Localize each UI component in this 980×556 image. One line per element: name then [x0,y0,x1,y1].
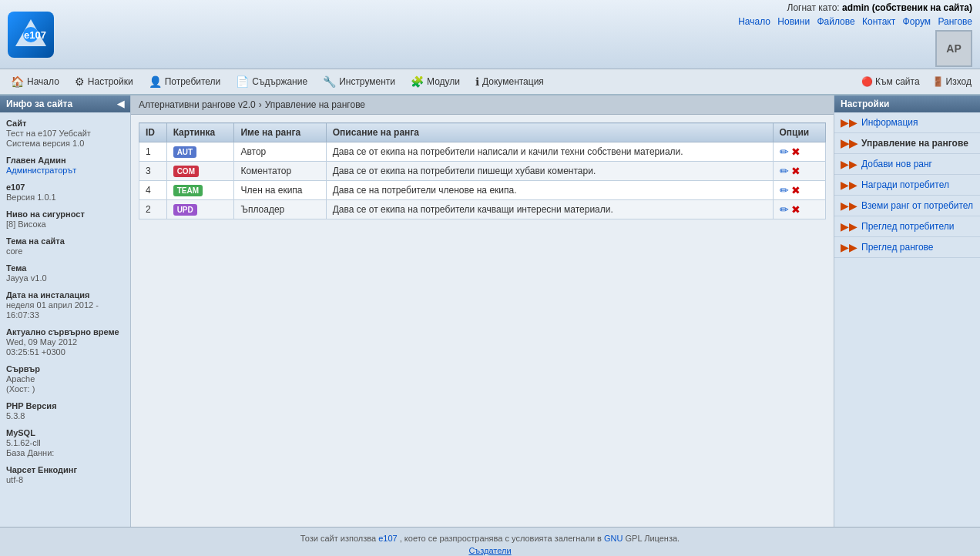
sidebar-toggle-icon[interactable]: ◀ [117,99,124,109]
footer-e107-link[interactable]: e107 [378,534,397,543]
table-row: 2 UPD Ъплоадер Дава се от екипа на потре… [139,200,826,219]
logo-icon: e107 [8,12,54,58]
content-area: Алтернативни рангове v2.0 › Управление н… [131,95,834,527]
cell-id: 1 [139,142,167,162]
sidebar-section-e107: e107 Версия 1.0.1 [6,183,124,202]
right-sidebar-item-manage-ranks[interactable]: ▶▶Управление на рангове [834,133,980,154]
right-arrow-icon: ▶▶ [841,241,858,253]
right-sidebar-item-label: Преглед рангове [861,242,934,253]
nav-settings[interactable]: ⚙ Настройки [68,72,140,92]
cell-badge: AUT [166,142,234,162]
rank-badge: UPD [173,204,197,216]
nav-docs[interactable]: ℹ Документация [468,72,551,92]
table-row: 4 TEAM Член на екипа Дава се на потребит… [139,181,826,200]
nav-home[interactable]: 🏠 Начало [4,72,66,92]
tools-icon: 🔧 [323,75,336,88]
sidebar-section-site: Сайт Тест на е107 Уебсайт Система версия… [6,119,124,148]
nav-modules[interactable]: 🧩 Модули [404,72,467,92]
sidebar-section-security: Ниво на сигурност [8] Висока [6,209,124,229]
ranks-tbody: 1 AUT Автор Дава се от екипа на потребит… [139,142,826,219]
main-layout: Инфо за сайта ◀ Сайт Тест на е107 Уебсай… [0,95,980,527]
admin-link[interactable]: Администраторът [6,166,76,175]
cell-badge: TEAM [166,181,234,200]
nav-right: 🔴 Към сайта 🚪 Изход [857,74,976,89]
nav-users[interactable]: 👤 Потребители [142,72,228,92]
top-links: Начало Новини Файлове Контакт Форум Ранг… [733,16,972,27]
cell-name: Член на екипа [234,181,326,200]
left-sidebar: Инфо за сайта ◀ Сайт Тест на е107 Уебсай… [0,95,131,527]
rank-badge: TEAM [173,185,203,196]
edit-button[interactable]: ✏ [780,184,789,196]
top-link-forum[interactable]: Форум [903,16,931,27]
header-right: Логнат като: admin (собственик на сайта)… [733,2,972,67]
right-sidebar-item-view-ranks[interactable]: ▶▶Преглед рангове [834,237,980,258]
rank-badge: COM [173,166,199,177]
table-area: ID Картинка Име на ранга Описание на ран… [131,115,834,227]
docs-icon: ℹ [475,75,479,88]
col-id: ID [139,123,167,142]
cell-options: ✏ ✖ [773,181,825,200]
right-sidebar-item-info[interactable]: ▶▶Информация [834,112,980,133]
nav-tools[interactable]: 🔧 Инструменти [316,72,402,92]
users-icon: 👤 [149,75,162,88]
sidebar-content: Сайт Тест на е107 Уебсайт Система версия… [0,112,130,498]
col-description: Описание на ранга [326,123,773,142]
cell-id: 4 [139,181,167,200]
top-link-contact[interactable]: Контакт [862,16,895,27]
footer-creators-link[interactable]: Създатели [468,546,511,555]
edit-button[interactable]: ✏ [780,165,789,177]
top-link-ranks[interactable]: Рангове [938,16,972,27]
avatar: АР [935,30,972,67]
footer: Този сайт използва e107 , което се разпр… [0,527,980,556]
settings-icon: ⚙ [75,75,85,88]
edit-button[interactable]: ✏ [780,146,789,158]
col-picture: Картинка [166,123,234,142]
sidebar-section-theme: Тема Jayya v1.0 [6,263,124,283]
logged-in-text: Логнат като: admin (собственик на сайта) [733,2,972,13]
right-sidebar-item-label: Управление на рангове [861,138,968,149]
right-sidebar-item-label: Вземи ранг от потребител [861,200,973,211]
top-link-files[interactable]: Файлове [817,16,854,27]
delete-button[interactable]: ✖ [791,203,800,216]
edit-button[interactable]: ✏ [780,203,789,216]
nav-logout[interactable]: 🚪 Изход [928,74,976,89]
col-options: Опции [773,123,825,142]
table-row: 3 COM Коментатор Дава се от екипа на пот… [139,162,826,181]
cell-description: Дава се от екипа на потребители написали… [326,142,773,162]
nav-to-site[interactable]: 🔴 Към сайта [857,74,925,89]
top-link-news[interactable]: Новини [777,16,810,27]
navbar: 🏠 Начало ⚙ Настройки 👤 Потребители 📄 Съд… [0,69,980,95]
right-sidebar-item-label: Преглед потребители [861,221,954,232]
footer-line1: Този сайт използва e107 , което се разпр… [6,534,974,543]
sidebar-title: Инфо за сайта ◀ [0,95,130,112]
table-row: 1 AUT Автор Дава се от екипа на потребит… [139,142,826,162]
cell-name: Ъплоадер [234,200,326,219]
cell-id: 3 [139,162,167,181]
right-sidebar-items: ▶▶Информация▶▶Управление на рангове▶▶Доб… [834,112,980,258]
delete-button[interactable]: ✖ [791,165,800,177]
logo: e107 [8,12,60,58]
right-arrow-icon: ▶▶ [841,158,858,170]
right-arrow-icon: ▶▶ [841,116,858,129]
nav-content[interactable]: 📄 Съдържание [229,72,314,92]
right-sidebar-item-add-rank[interactable]: ▶▶Добави нов ранг [834,154,980,175]
top-link-home[interactable]: Начало [738,16,770,27]
delete-button[interactable]: ✖ [791,146,800,158]
right-sidebar-item-take-rank[interactable]: ▶▶Вземи ранг от потребител [834,196,980,216]
right-sidebar-item-view-users[interactable]: ▶▶Преглед потребители [834,216,980,237]
sidebar-section-server-time: Актуално сървърно време Wed, 09 May 2012… [6,327,124,357]
right-arrow-icon: ▶▶ [841,137,858,149]
cell-name: Автор [234,142,326,162]
nav-left: 🏠 Начало ⚙ Настройки 👤 Потребители 📄 Съд… [4,72,551,92]
right-sidebar-item-give-rank[interactable]: ▶▶Награди потребител [834,175,980,196]
footer-gnu-link[interactable]: GNU [604,534,623,543]
cell-description: Дава се от екипа на потребители качващи … [326,200,773,219]
cell-options: ✏ ✖ [773,142,825,162]
cell-options: ✏ ✖ [773,200,825,219]
sidebar-section-mysql: MySQL 5.1.62-cll База Данни: [6,428,124,457]
content-icon: 📄 [236,75,249,88]
cell-name: Коментатор [234,162,326,181]
col-name: Име на ранга [234,123,326,142]
breadcrumb: Алтернативни рангове v2.0 › Управление н… [131,95,834,115]
delete-button[interactable]: ✖ [791,184,800,196]
